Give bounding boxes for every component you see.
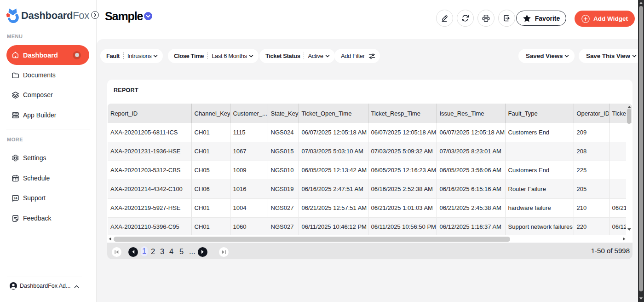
svg-text:24: 24 bbox=[14, 196, 17, 200]
